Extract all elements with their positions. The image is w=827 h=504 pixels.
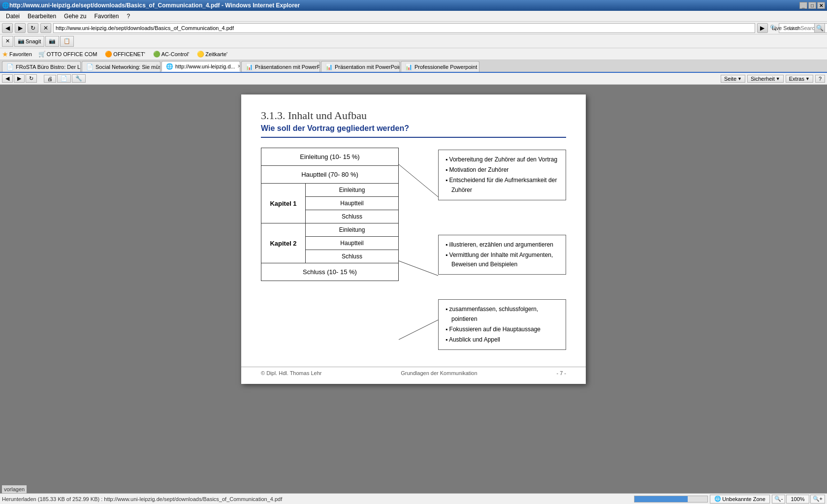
toolbar-btn-3[interactable]: 📋 xyxy=(60,36,74,47)
snagit-icon: 📷 xyxy=(18,38,25,44)
sec-back-btn[interactable]: ◀ xyxy=(2,74,13,83)
info-boxes-container: ▪ Vorbereitung der Zuhörer auf den Vortr… xyxy=(438,148,566,350)
fav-item-otto[interactable]: 🛒 OTTO OFFICE COM xyxy=(35,49,100,59)
go-button[interactable]: ▶ xyxy=(757,23,768,33)
main-content: 3.1.3. Inhalt und Aufbau Wie soll der Vo… xyxy=(0,85,827,493)
slide-footer: © Dipl. Hdl. Thomas Lehr Grundlagen der … xyxy=(241,367,586,376)
tab-praes2[interactable]: 📊 Präsentation mit PowerPoint xyxy=(321,61,400,72)
tab-label-praes1: Präsentationen mit PowerPoi... xyxy=(255,64,320,70)
menu-gehe-zu[interactable]: Gehe zu xyxy=(60,12,90,21)
tab-icon-social: 📄 xyxy=(86,63,94,70)
info3-item3: ▪ Ausblick und Appell xyxy=(445,335,559,345)
kapitel2-label: Kapitel 2 xyxy=(270,240,296,247)
download-progress-bar xyxy=(634,496,708,503)
kapitel1-label: Kapitel 1 xyxy=(270,200,296,207)
toolbar: ✕ 📷 Snagit 📷 📋 xyxy=(0,34,827,48)
close-button[interactable]: ✕ xyxy=(817,2,825,9)
menu-datei[interactable]: Datei xyxy=(2,12,24,21)
vorlagen-label: vorlagen xyxy=(2,485,27,493)
pdf-page: 3.1.3. Inhalt und Aufbau Wie soll der Vo… xyxy=(241,94,586,384)
sec-print-btn[interactable]: 🖨 xyxy=(44,75,56,83)
back-button[interactable]: ◀ xyxy=(2,23,13,33)
tab-label-unileipzig: http://www.uni-leipzig.d... xyxy=(175,63,235,69)
sec-tools-btn[interactable]: 🔧 xyxy=(72,74,86,83)
stop-toolbar-btn[interactable]: ✕ xyxy=(2,36,13,47)
stop-button[interactable]: ✕ xyxy=(40,23,51,33)
kapitel1-schluss: Schluss xyxy=(306,210,398,223)
kapitel2-einleitung: Einleitung xyxy=(306,223,398,237)
zoom-btn-plus[interactable]: 🔍+ xyxy=(810,495,825,504)
fav-label-officenet: OFFICENET' xyxy=(113,51,145,57)
clipboard-icon: 📋 xyxy=(64,38,70,44)
snagit-btn[interactable]: 📷 Snagit xyxy=(14,36,44,47)
fav-icon-officenet: 🟠 xyxy=(105,51,112,58)
search-button[interactable]: 🔍 xyxy=(814,23,825,33)
tab-praes1[interactable]: 📊 Präsentationen mit PowerPoi... xyxy=(241,61,320,72)
tab-social[interactable]: 📄 Social Networking: Sie müsse... xyxy=(82,61,160,72)
seite-btn[interactable]: Seite ▼ xyxy=(721,75,745,83)
menu-bearbeiten[interactable]: Bearbeiten xyxy=(24,12,60,21)
info-box-1: ▪ Vorbereitung der Zuhörer auf den Vortr… xyxy=(438,150,566,200)
refresh-button[interactable]: ↻ xyxy=(28,23,38,33)
tab-icon-praes1: 📊 xyxy=(246,63,253,70)
title-bar: 🌐 http://www.uni-leipzig.de/sept/downloa… xyxy=(0,0,827,11)
info1-item2: ▪ Motivation der Zuhörer xyxy=(445,165,559,175)
tab-close-unileipzig[interactable]: ✕ xyxy=(237,63,240,69)
zoom-btn-minus[interactable]: 🔍- xyxy=(772,495,786,504)
tab-icon-praes2: 📊 xyxy=(325,63,333,70)
menu-favoriten[interactable]: Favoriten xyxy=(90,12,123,21)
tab-label-praes2: Präsentation mit PowerPoint xyxy=(335,64,400,70)
tab-praes3[interactable]: 📊 Professionelle Powerpoint Pr... xyxy=(401,61,479,72)
kapitel1-hauptteil: Hauptteil xyxy=(306,197,398,210)
info3-item1: ▪ zusammenfassen, schlussfolgern, pointi… xyxy=(445,305,559,323)
toolbar-btn-2[interactable]: 📷 xyxy=(45,36,59,47)
fav-icon-zeitkarte: 🟡 xyxy=(197,51,204,58)
svg-line-0 xyxy=(399,164,438,197)
maximize-button[interactable]: □ xyxy=(808,2,816,9)
svg-line-1 xyxy=(399,261,438,276)
tab-label-frosta: FRoSTA Büro Bistro: Der Lief... xyxy=(16,64,81,70)
sec-page-btn[interactable]: 📄 xyxy=(57,74,71,83)
info2-item1: ▪ illustrieren, erzählen und argumentier… xyxy=(445,240,559,250)
fav-label-zeitkarte: Zeitkarte' xyxy=(205,51,227,57)
sicherheit-btn[interactable]: Sicherheit ▼ xyxy=(747,75,784,83)
tab-unileipzig[interactable]: 🌐 http://www.uni-leipzig.d... ✕ xyxy=(161,61,240,72)
help-btn[interactable]: ? xyxy=(815,75,825,83)
stop-icon: ✕ xyxy=(5,38,10,44)
fav-icon-ac: 🟢 xyxy=(153,51,160,58)
menu-help[interactable]: ? xyxy=(123,12,134,21)
hauptteil-label: Hauptteil (70- 80 %) xyxy=(301,171,358,178)
tab-frosta[interactable]: 📄 FRoSTA Büro Bistro: Der Lief... xyxy=(2,61,81,72)
footer-right: - 7 - xyxy=(556,370,566,376)
secondary-toolbar: ◀ ▶ ↻ 🖨 📄 🔧 Seite ▼ Sicherheit ▼ Extras … xyxy=(0,73,827,85)
sec-forward-btn[interactable]: ▶ xyxy=(14,74,25,83)
kapitel2-schluss: Schluss xyxy=(306,250,398,263)
extras-btn[interactable]: Extras ▼ xyxy=(786,75,813,83)
tab-icon-frosta: 📄 xyxy=(6,63,14,70)
favorites-label: Favoriten xyxy=(9,51,32,57)
schluss-label: Schluss (10- 15 %) xyxy=(303,268,357,276)
minimize-button[interactable]: _ xyxy=(799,2,807,9)
download-status-text: Herunterladen (185.33 KB of 252.99 KB) :… xyxy=(2,496,282,502)
forward-button[interactable]: ▶ xyxy=(15,23,26,33)
sec-refresh-btn[interactable]: ↻ xyxy=(26,74,37,83)
favorites-bar: ★ Favoriten 🛒 OTTO OFFICE COM 🟠 OFFICENE… xyxy=(0,48,827,60)
zone-panel: 🌐 Unbekannte Zone xyxy=(710,495,769,504)
fav-icon-otto: 🛒 xyxy=(38,51,46,58)
fav-item-ac[interactable]: 🟢 AC-Control' xyxy=(150,49,193,59)
camera-icon: 📷 xyxy=(49,38,56,44)
snagit-label: Snagit xyxy=(26,38,41,44)
tab-label-praes3: Professionelle Powerpoint Pr... xyxy=(414,64,479,70)
slide-title: 3.1.3. Inhalt und Aufbau xyxy=(261,109,566,122)
footer-center: Grundlagen der Kommunikation xyxy=(401,370,477,376)
info1-item3: ▪ Entscheidend für die Aufmerksamkeit de… xyxy=(445,176,559,194)
window-title: http://www.uni-leipzig.de/sept/downloads… xyxy=(9,2,799,9)
zone-label: Unbekannte Zone xyxy=(722,496,765,502)
diagram-connectors xyxy=(399,148,438,354)
info1-item1: ▪ Vorbereitung der Zuhörer auf den Vortr… xyxy=(445,155,559,164)
slide-subtitle: Wie soll der Vortrag gegliedert werden? xyxy=(261,124,566,138)
fav-item-zeitkarte[interactable]: 🟡 Zeitkarte' xyxy=(193,49,231,59)
fav-item-officenet[interactable]: 🟠 OFFICENET' xyxy=(101,49,148,59)
address-input[interactable] xyxy=(53,23,755,33)
kapitel1-einleitung: Einleitung xyxy=(306,184,398,197)
